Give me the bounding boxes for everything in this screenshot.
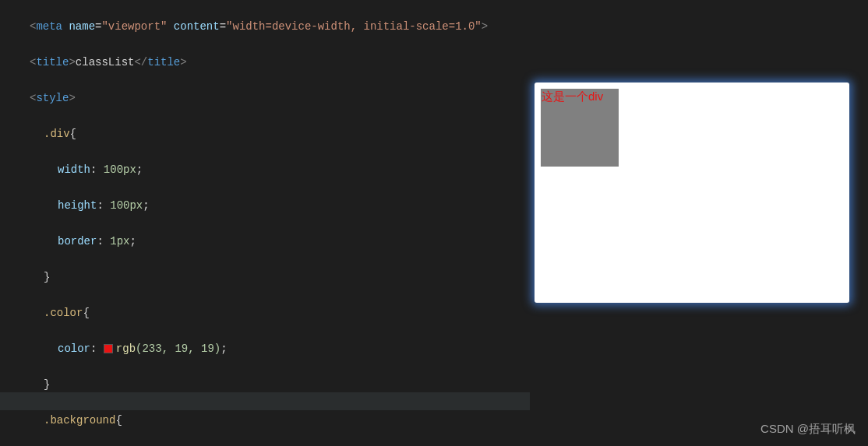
code-editor[interactable]: <meta name="viewport" content="width=dev… <box>0 0 868 446</box>
code-line[interactable]: border: 1px; <box>16 233 868 251</box>
code-line[interactable]: .div{ <box>16 125 868 143</box>
code-line[interactable]: width: 100px; <box>16 161 868 179</box>
code-line[interactable]: } <box>16 269 868 286</box>
code-line[interactable]: <style> <box>16 90 868 107</box>
code-line[interactable]: <meta name="viewport" content="width=dev… <box>16 18 868 36</box>
code-line[interactable]: .color{ <box>16 304 868 322</box>
code-line[interactable]: height: 100px; <box>16 197 868 215</box>
code-line[interactable]: .background{ <box>16 412 868 430</box>
code-line[interactable]: color: rgb(233, 19, 19); <box>16 340 868 358</box>
code-line[interactable]: <title>classList</title> <box>16 54 868 72</box>
color-swatch-icon[interactable] <box>104 344 113 353</box>
code-line[interactable]: } <box>16 376 868 394</box>
